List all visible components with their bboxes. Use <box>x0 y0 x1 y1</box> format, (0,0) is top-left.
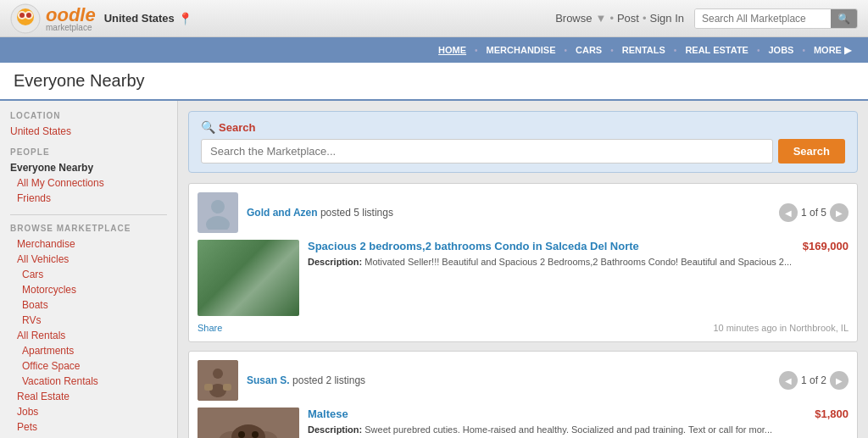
search-icon: 🔍 <box>201 120 215 134</box>
sidebar: LOCATION United States PEOPLE Everyone N… <box>0 101 178 438</box>
pagination-prev-2[interactable]: ◀ <box>779 371 798 390</box>
sidebar-cars[interactable]: Cars <box>10 267 167 282</box>
page-title: Everyone Nearby <box>14 71 145 91</box>
pagination-prev-1[interactable]: ◀ <box>779 203 798 222</box>
signin-link[interactable]: Sign In <box>650 12 684 25</box>
svg-point-6 <box>211 200 225 213</box>
listing-description-2: Description: Sweet purebred cuties. Home… <box>308 424 849 436</box>
listing-title-row-1: Spacious 2 bedrooms,2 bathrooms Condo in… <box>308 240 849 252</box>
listing-details-2: Maltese $1,800 Description: Sweet purebr… <box>308 408 849 438</box>
listing-user-info-1: Gold and Azen posted 5 listings <box>247 207 779 219</box>
svg-point-19 <box>252 431 259 438</box>
person-silhouette-icon <box>198 192 238 233</box>
pagination-next-2[interactable]: ▶ <box>830 371 849 390</box>
location-pin-icon: 📍 <box>178 12 192 25</box>
pagination-text-2: 1 of 2 <box>801 374 826 386</box>
svg-rect-11 <box>204 384 213 391</box>
sidebar-real-estate[interactable]: Real Estate <box>10 389 167 404</box>
sidebar-all-connections[interactable]: All My Connections <box>10 175 167 191</box>
search-button[interactable]: Search <box>778 139 845 164</box>
sidebar-boats[interactable]: Boats <box>10 297 167 313</box>
sidebar-rvs[interactable]: RVs <box>10 313 167 328</box>
search-label: 🔍 Search <box>201 120 845 134</box>
user-link-1[interactable]: Gold and Azen <box>247 207 318 219</box>
nav-more[interactable]: MORE ▶ <box>807 40 858 61</box>
nav-cars[interactable]: CARS <box>569 40 609 60</box>
user-link-2[interactable]: Susan S. <box>247 374 290 386</box>
page-title-bar: Everyone Nearby <box>0 63 868 101</box>
search-input[interactable] <box>201 139 773 164</box>
listing-description-1: Description: Motivated Seller!!! Beautif… <box>308 256 849 269</box>
sidebar-all-rentals[interactable]: All Rentals <box>10 328 167 343</box>
oodle-logo-icon <box>10 3 41 34</box>
svg-rect-12 <box>223 384 231 391</box>
location-display[interactable]: United States 📍 <box>104 12 192 25</box>
nav-rentals[interactable]: RENTALS <box>615 40 672 60</box>
listing-pagination-2: ◀ 1 of 2 ▶ <box>779 371 849 390</box>
sidebar-location-link[interactable]: United States <box>10 124 167 139</box>
browse-link[interactable]: Browse <box>555 12 592 25</box>
user-avatar-1 <box>198 192 238 233</box>
main-container: LOCATION United States PEOPLE Everyone N… <box>0 101 868 438</box>
sidebar-everyone-nearby[interactable]: Everyone Nearby <box>10 160 167 175</box>
svg-point-4 <box>19 13 25 18</box>
listing-title-link-2[interactable]: Maltese <box>308 408 348 420</box>
listing-post-count-2: posted 2 listings <box>292 374 365 386</box>
sidebar-pets[interactable]: Pets <box>10 419 167 435</box>
sidebar-merchandise[interactable]: Merchandise <box>10 236 167 252</box>
listing-header-1: Gold and Azen posted 5 listings ◀ 1 of 5… <box>198 192 849 233</box>
browse-section-title: BROWSE MARKETPLACE <box>10 224 167 233</box>
listing-header-2: Susan S. posted 2 listings ◀ 1 of 2 ▶ <box>198 360 849 401</box>
sidebar-jobs[interactable]: Jobs <box>10 404 167 419</box>
svg-point-5 <box>26 13 31 18</box>
nav-home[interactable]: HOME <box>431 40 473 60</box>
nav-jobs[interactable]: JOBS <box>761 40 800 60</box>
listing-body-2: Maltese $1,800 Description: Sweet purebr… <box>198 408 849 438</box>
listing-title-link-1[interactable]: Spacious 2 bedrooms,2 bathrooms Condo in… <box>308 240 639 252</box>
listing-time-1: 10 minutes ago in Northbrook, IL <box>713 323 849 333</box>
sidebar-office-space[interactable]: Office Space <box>10 358 167 374</box>
listing-body-1: Spacious 2 bedrooms,2 bathrooms Condo in… <box>198 240 849 316</box>
sidebar-vacation-rentals[interactable]: Vacation Rentals <box>10 374 167 389</box>
header-right: Browse ▼ • Post • Sign In 🔍 <box>555 8 858 29</box>
listing-thumbnail-2 <box>198 408 299 438</box>
sidebar-all-vehicles[interactable]: All Vehicles <box>10 252 167 267</box>
user-avatar-2 <box>198 360 238 401</box>
sidebar-motorcycles[interactable]: Motorcycles <box>10 282 167 297</box>
svg-point-18 <box>238 431 245 438</box>
location-text: United States <box>104 12 175 25</box>
navbar: HOME • MERCHANDISE • CARS • RENTALS • RE… <box>0 37 868 63</box>
search-panel: 🔍 Search Search <box>188 111 858 173</box>
header: oodle marketplace United States 📍 Browse… <box>0 0 868 37</box>
nav-merchandise[interactable]: MERCHANDISE <box>480 40 563 60</box>
header-search-button[interactable]: 🔍 <box>831 9 857 28</box>
listing-thumbnail-1 <box>198 240 299 316</box>
sidebar-apartments[interactable]: Apartments <box>10 343 167 358</box>
listing-footer-1: Share 10 minutes ago in Northbrook, IL <box>198 323 849 333</box>
listing-pagination-1: ◀ 1 of 5 ▶ <box>779 203 849 222</box>
sidebar-friends[interactable]: Friends <box>10 191 167 206</box>
people-section-title: PEOPLE <box>10 147 167 157</box>
logo-sub-text: marketplace <box>46 23 96 32</box>
listing-card-1: Gold and Azen posted 5 listings ◀ 1 of 5… <box>188 183 858 342</box>
svg-point-7 <box>206 216 230 230</box>
post-link[interactable]: Post <box>617 12 639 25</box>
navbar-links: HOME • MERCHANDISE • CARS • RENTALS • RE… <box>431 40 858 61</box>
logo-area: oodle marketplace <box>10 3 96 34</box>
pagination-next-1[interactable]: ▶ <box>830 203 849 222</box>
listing-title-row-2: Maltese $1,800 <box>308 408 849 420</box>
listing-details-1: Spacious 2 bedrooms,2 bathrooms Condo in… <box>308 240 849 316</box>
sidebar-dogs[interactable]: Dogs <box>10 435 167 438</box>
content: 🔍 Search Search <box>178 101 868 438</box>
pagination-text-1: 1 of 5 <box>801 207 826 219</box>
header-search-input[interactable] <box>695 9 831 28</box>
listing-user-info-2: Susan S. posted 2 listings <box>247 374 779 386</box>
listing-price-2: $1,800 <box>815 408 849 420</box>
location-section-title: LOCATION <box>10 111 167 120</box>
listing-card-2: Susan S. posted 2 listings ◀ 1 of 2 ▶ <box>188 351 858 438</box>
nav-real-estate[interactable]: REAL ESTATE <box>678 40 755 60</box>
listing-share-1[interactable]: Share <box>198 323 222 333</box>
search-input-row: Search <box>201 139 845 164</box>
header-search-box: 🔍 <box>694 8 858 29</box>
listing-price-1: $169,000 <box>803 240 849 252</box>
